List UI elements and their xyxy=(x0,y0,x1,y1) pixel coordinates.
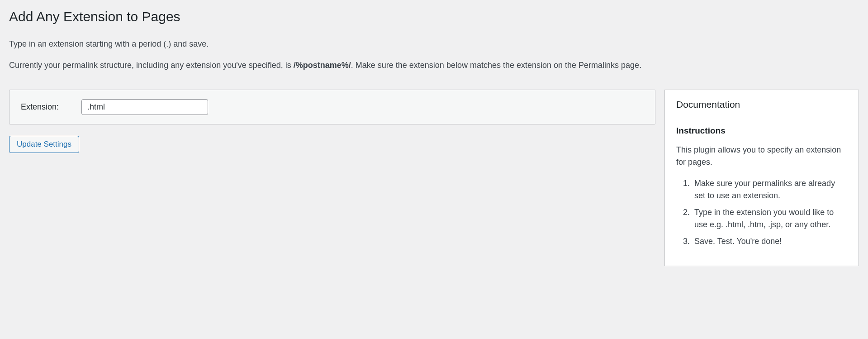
documentation-sidebar: Documentation Instructions This plugin a… xyxy=(664,90,859,266)
instruction-step: Make sure your permalinks are already se… xyxy=(692,177,847,202)
update-settings-button[interactable]: Update Settings xyxy=(9,136,79,153)
intro-text-1: Type in an extension starting with a per… xyxy=(9,38,859,50)
instructions-heading: Instructions xyxy=(676,126,847,136)
documentation-heading: Documentation xyxy=(676,99,847,110)
settings-box: Extension: xyxy=(9,90,655,124)
main-settings-area: Extension: Update Settings xyxy=(9,90,655,153)
instruction-step: Save. Test. You're done! xyxy=(692,235,847,248)
extension-label: Extension: xyxy=(21,102,59,112)
extension-input[interactable] xyxy=(81,99,208,115)
instructions-list: Make sure your permalinks are already se… xyxy=(676,177,847,248)
intro-suffix: . Make sure the extension below matches … xyxy=(351,61,641,70)
instructions-description: This plugin allows you to specify an ext… xyxy=(676,144,847,168)
permalink-structure: /%postname%/ xyxy=(294,61,351,70)
intro-prefix: Currently your permalink structure, incl… xyxy=(9,61,294,70)
intro-text-2: Currently your permalink structure, incl… xyxy=(9,59,859,72)
page-title: Add Any Extension to Pages xyxy=(9,9,859,24)
instruction-step: Type in the extension you would like to … xyxy=(692,206,847,231)
